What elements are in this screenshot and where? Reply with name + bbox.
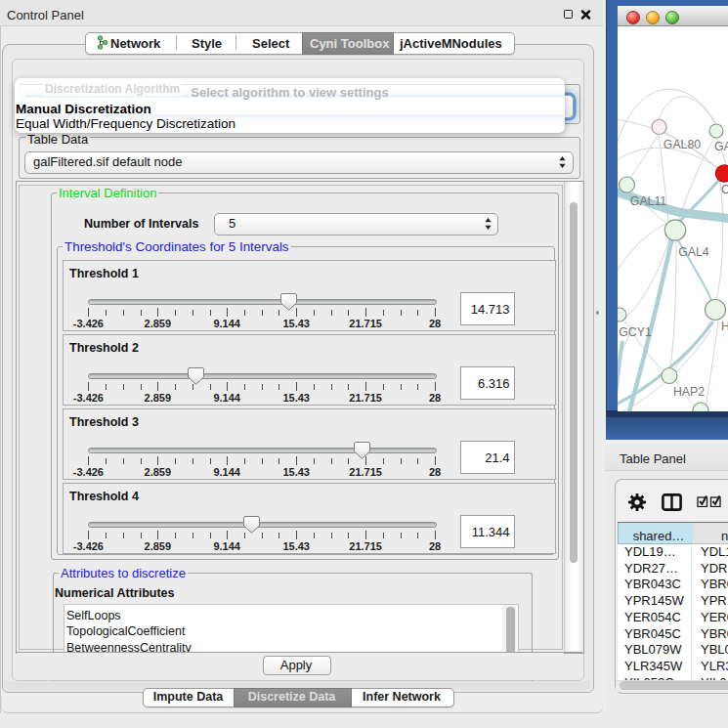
svg-text:GAL4: GAL4: [678, 245, 709, 259]
svg-text:C: C: [721, 183, 728, 196]
svg-text:GAL11: GAL11: [629, 194, 666, 208]
svg-text:GAL80: GAL80: [663, 138, 700, 151]
svg-text:GA: GA: [714, 140, 728, 153]
svg-text:GCY1: GCY1: [619, 325, 652, 339]
svg-text:H: H: [721, 320, 728, 333]
svg-text:HAP2: HAP2: [672, 385, 704, 399]
